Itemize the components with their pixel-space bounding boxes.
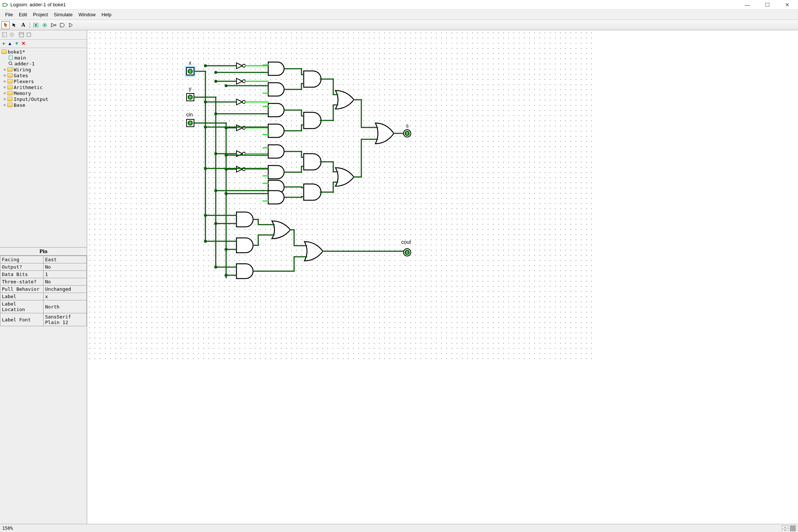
maximize-button[interactable]: ☐ (762, 2, 773, 8)
svg-point-29 (204, 126, 207, 129)
svg-point-21 (225, 126, 228, 129)
svg-line-13 (11, 64, 13, 65)
minimize-button[interactable]: — (742, 2, 753, 8)
svg-point-30 (225, 154, 228, 157)
status-bar: 150% ▴▾ (0, 524, 798, 532)
pin-label: y (189, 86, 191, 92)
svg-point-4 (44, 24, 46, 26)
tree-lib-memory[interactable]: ⊞Memory (1, 90, 85, 96)
svg-point-23 (214, 152, 217, 155)
output-pin-cout[interactable]: 0 (403, 248, 411, 256)
tree-toolbar: + ▲ ▼ ✕ (0, 40, 87, 48)
zoom-spinner[interactable]: ▴▾ (782, 525, 788, 531)
svg-point-18 (242, 100, 245, 103)
input-pin-x[interactable]: 0 (186, 67, 194, 75)
tree-lib-io[interactable]: ⊞Input/Output (1, 96, 85, 102)
and-gate-tool[interactable] (59, 21, 67, 29)
svg-point-25 (225, 168, 228, 171)
tree-lib-wiring[interactable]: ⊞Wiring (1, 66, 85, 72)
prop-row: Label LocationNorth (0, 300, 87, 313)
svg-point-12 (9, 62, 12, 65)
tree-lib-base[interactable]: ⊞Base (1, 102, 85, 108)
tree-project-row[interactable]: boke1* (1, 49, 85, 55)
svg-point-38 (214, 266, 217, 269)
window-titlebar: Logisim: adder-1 of boke1 — ☐ ✕ (0, 0, 798, 10)
svg-point-24 (242, 168, 245, 171)
prop-row: Data Bits1 (0, 271, 87, 278)
svg-point-16 (242, 80, 245, 83)
tree-lib-gates[interactable]: ⊞Gates (1, 72, 85, 78)
view-toggle-3[interactable] (18, 31, 25, 38)
svg-point-28 (214, 112, 217, 115)
svg-point-17 (214, 80, 217, 83)
project-tree[interactable]: boke1* main adder-1 ⊞Wiring ⊞Gates ⊞Plex… (0, 48, 87, 247)
menu-simulate[interactable]: Simulate (52, 11, 75, 18)
svg-point-36 (204, 240, 207, 243)
pin-label: cin (186, 112, 193, 117)
tree-lib-plexers[interactable]: ⊞Plexers (1, 78, 85, 84)
select-tool[interactable] (10, 21, 18, 29)
svg-point-19 (204, 100, 207, 103)
svg-rect-10 (27, 33, 31, 37)
svg-point-2 (35, 24, 37, 26)
output-pin-tool[interactable] (41, 21, 49, 29)
property-table[interactable]: FacingEast Output?No Data Bits1 Three-st… (0, 256, 87, 326)
menu-file[interactable]: File (3, 11, 15, 18)
not-gate-tool[interactable] (50, 21, 58, 29)
svg-rect-8 (19, 33, 24, 37)
menu-bar: File Edit Project Simulate Window Help (0, 10, 798, 20)
prop-row: Label FontSansSerif Plain 12 (0, 313, 87, 326)
or-gate-tool[interactable] (68, 21, 76, 29)
close-button[interactable]: ✕ (782, 2, 793, 8)
svg-point-14 (242, 64, 245, 67)
tree-lib-arithmetic[interactable]: ⊞Arithmetic (1, 84, 85, 90)
text-tool[interactable]: A (19, 21, 27, 29)
sidebar-view-toolbar (0, 30, 87, 40)
output-pin-s[interactable]: 0 (403, 129, 411, 137)
view-toggle-1[interactable] (1, 31, 8, 38)
add-circuit-icon[interactable]: + (2, 41, 5, 47)
prop-row: Labelx (0, 293, 87, 300)
menu-edit[interactable]: Edit (17, 11, 29, 18)
svg-point-26 (214, 71, 217, 74)
svg-point-20 (242, 126, 245, 129)
prop-row: Output?No (0, 263, 87, 271)
delete-icon[interactable]: ✕ (21, 41, 25, 47)
tree-circuit-adder[interactable]: adder-1 (1, 61, 85, 66)
svg-point-37 (225, 248, 228, 251)
window-title: Logisim: adder-1 of boke1 (10, 2, 742, 7)
svg-point-32 (214, 189, 217, 192)
prop-row: Three-state?No (0, 278, 87, 286)
menu-project[interactable]: Project (31, 11, 50, 18)
sidebar: + ▲ ▼ ✕ boke1* main adder-1 ⊞Wiring ⊞Gat… (0, 30, 87, 524)
main-toolbar: A (0, 20, 798, 30)
poke-tool[interactable] (1, 21, 10, 29)
property-header: Pin (0, 248, 87, 256)
view-toggle-2[interactable] (8, 31, 15, 38)
grid-icon[interactable] (790, 525, 796, 531)
input-pin-y[interactable]: 0 (186, 93, 194, 101)
prop-row: FacingEast (0, 256, 87, 263)
svg-point-31 (204, 167, 207, 170)
svg-point-27 (225, 84, 228, 87)
move-down-icon[interactable]: ▼ (14, 41, 19, 47)
svg-point-34 (204, 214, 207, 217)
svg-point-33 (225, 192, 228, 195)
menu-window[interactable]: Window (76, 11, 98, 18)
pin-label: x (189, 60, 191, 66)
pin-label: cout (401, 239, 411, 245)
svg-point-35 (214, 222, 217, 225)
tree-circuit-main[interactable]: main (1, 55, 85, 61)
move-up-icon[interactable]: ▲ (7, 41, 12, 47)
svg-rect-11 (9, 56, 13, 59)
app-icon (2, 2, 8, 8)
canvas[interactable]: 0x0y0cin0s0cout (87, 30, 798, 524)
pin-label: s (406, 123, 409, 129)
svg-point-15 (204, 64, 207, 67)
menu-help[interactable]: Help (99, 11, 114, 18)
input-pin-tool[interactable] (32, 21, 40, 29)
input-pin-cin[interactable]: 0 (186, 119, 194, 127)
view-toggle-4[interactable] (25, 31, 32, 38)
prop-row: Pull BehaviorUnchanged (0, 286, 87, 293)
zoom-level: 150% (2, 526, 13, 531)
